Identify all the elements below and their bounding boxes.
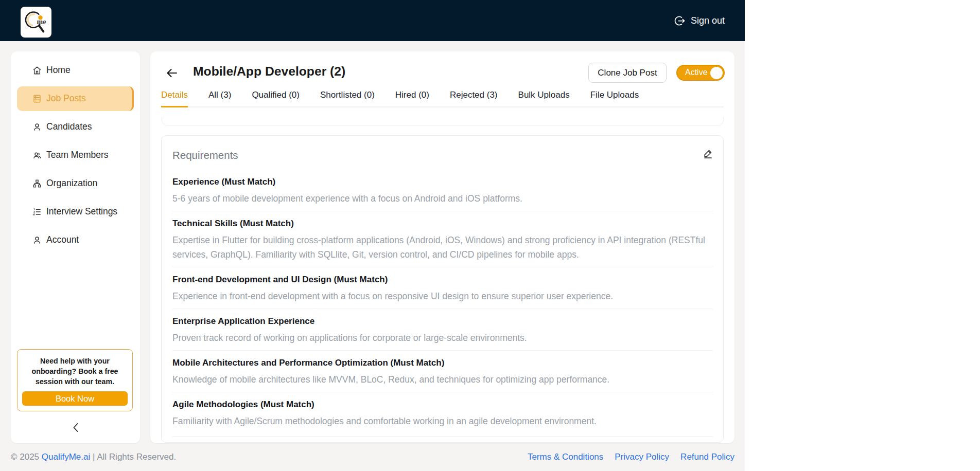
- svg-text:me: me: [37, 18, 46, 26]
